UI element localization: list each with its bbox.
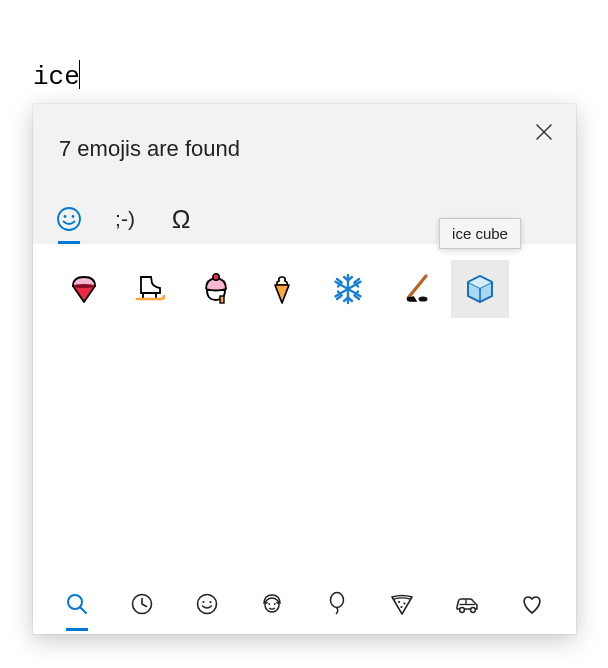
kaomoji-tab[interactable]: ;-) (97, 194, 153, 244)
shaved-ice-icon (67, 272, 101, 306)
nav-search[interactable] (51, 573, 103, 635)
emoji-ice-hockey[interactable] (385, 260, 443, 318)
ice-cube-icon (463, 272, 497, 306)
svg-point-28 (400, 605, 402, 607)
person-icon (259, 591, 285, 617)
emoji-tab[interactable] (41, 194, 97, 244)
close-icon (535, 123, 553, 141)
symbols-tab[interactable]: Ω (153, 194, 209, 244)
smile-icon (56, 206, 82, 232)
svg-point-14 (419, 296, 428, 301)
svg-point-26 (398, 600, 400, 602)
text-input[interactable]: ice (33, 60, 80, 92)
svg-point-24 (330, 592, 343, 607)
emoji-results: ice cube (33, 244, 576, 572)
svg-line-16 (81, 607, 87, 613)
emoji-snowflake[interactable] (319, 260, 377, 318)
nav-party[interactable] (311, 573, 363, 635)
svg-point-5 (73, 284, 95, 288)
search-icon (65, 592, 89, 616)
smile-icon (195, 592, 219, 616)
caret (79, 60, 80, 89)
snowflake-icon (331, 272, 365, 306)
tooltip: ice cube (439, 218, 521, 249)
svg-point-3 (64, 215, 67, 218)
svg-point-4 (72, 215, 75, 218)
nav-recent[interactable] (116, 573, 168, 635)
close-button[interactable] (524, 112, 564, 152)
emoji-ice-cube[interactable]: ice cube (451, 260, 509, 318)
tooltip-label: ice cube (452, 225, 508, 242)
svg-point-2 (58, 208, 80, 230)
svg-point-21 (265, 598, 279, 612)
nav-food[interactable] (376, 573, 428, 635)
heart-icon (520, 593, 544, 615)
emoji-ice-skate[interactable] (121, 260, 179, 318)
svg-point-22 (268, 603, 270, 605)
kaomoji-icon: ;-) (115, 207, 135, 231)
emoji-shaved-ice[interactable] (55, 260, 113, 318)
ice-cream-icon (199, 272, 233, 306)
nav-travel[interactable] (441, 573, 493, 635)
nav-people[interactable] (246, 573, 298, 635)
soft-ice-icon (266, 271, 298, 307)
emoji-ice-cream[interactable] (187, 260, 245, 318)
svg-point-31 (459, 607, 464, 612)
svg-point-19 (203, 600, 205, 602)
omega-icon: Ω (172, 205, 191, 234)
nav-hearts[interactable] (506, 573, 558, 635)
svg-point-32 (470, 607, 475, 612)
car-icon (453, 593, 481, 615)
result-count-label: 7 emojis are found (59, 136, 240, 162)
pizza-icon (389, 592, 415, 616)
svg-point-18 (198, 594, 217, 613)
svg-point-8 (213, 274, 219, 280)
bottom-nav (33, 572, 576, 634)
svg-line-13 (408, 276, 426, 298)
ice-hockey-icon (396, 271, 432, 307)
ice-skate-icon (132, 271, 168, 307)
svg-point-20 (210, 600, 212, 602)
emoji-soft-ice[interactable] (253, 260, 311, 318)
svg-point-23 (274, 603, 276, 605)
svg-point-27 (403, 602, 405, 604)
input-value: ice (33, 62, 80, 92)
emoji-panel: 7 emojis are found ;-) Ω (33, 104, 576, 634)
top-tabs: ;-) Ω (41, 194, 209, 244)
balloon-icon (326, 591, 348, 617)
nav-smileys[interactable] (181, 573, 233, 635)
svg-rect-9 (220, 296, 224, 303)
clock-icon (130, 592, 154, 616)
